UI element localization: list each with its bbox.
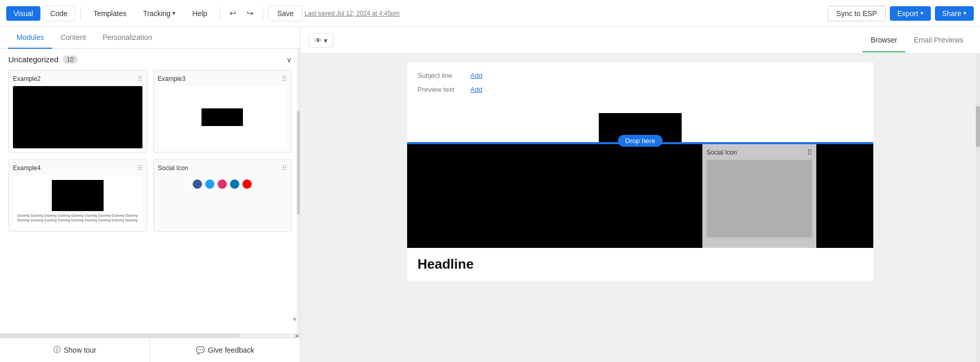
give-feedback-label: Give feedback [208, 346, 254, 354]
example3-black-rect [201, 108, 243, 126]
module-name-example3: Example3 [158, 75, 185, 82]
subject-line-row: Subject line Add [417, 68, 863, 82]
redo-button[interactable]: ↪ [242, 5, 257, 21]
toolbar-right: Sync to ESP Export Share [828, 6, 974, 21]
category-title: Uncategorized 10 [8, 55, 78, 64]
module-drag-example2[interactable]: ⠿ [137, 75, 142, 83]
subject-line-add[interactable]: Add [470, 72, 482, 79]
email-black-right [816, 144, 873, 248]
right-panel: 👁 ▾ Browser Email Previews Subject line … [300, 27, 980, 362]
export-button[interactable]: Export [890, 6, 930, 21]
save-button[interactable]: Save [268, 6, 302, 21]
headline-text: Headline [417, 256, 863, 272]
module-card-example4[interactable]: Example4 ⠿ Dummy Dummy Dummy Dummy Dummy… [8, 159, 147, 232]
templates-button[interactable]: Templates [86, 6, 134, 21]
email-content-row: Social Icon ⠿ [407, 144, 873, 248]
right-top-bar: 👁 ▾ Browser Email Previews [300, 27, 980, 54]
module-card-social[interactable]: Social Icon ⠿ [153, 159, 292, 232]
example4-text: Dummy Dummy Dummy Dummy Dummy Dummy Dumm… [17, 213, 138, 222]
sync-esp-button[interactable]: Sync to ESP [828, 6, 886, 21]
share-button[interactable]: Share [935, 6, 974, 21]
example4-image [52, 180, 104, 211]
social-icons-preview [158, 175, 287, 193]
category-name: Uncategorized [8, 55, 59, 64]
module-grid: Example2 ⠿ Example3 ⠿ [8, 70, 292, 232]
social-module-drag-icon[interactable]: ⠿ [807, 148, 812, 157]
view-toggle[interactable]: 👁 ▾ [309, 33, 333, 48]
email-scrollbar-thumb[interactable] [976, 106, 980, 147]
give-feedback-button[interactable]: 💬 Give feedback [150, 338, 300, 362]
module-preview-example3 [158, 86, 287, 148]
email-scrollbar [976, 54, 980, 362]
tab-personalization[interactable]: Personalization [94, 27, 161, 49]
help-button[interactable]: Help [185, 6, 214, 21]
module-name-social: Social Icon [158, 164, 189, 172]
email-meta: Subject line Add Preview text Add [407, 62, 873, 103]
social-module-name: Social Icon [707, 149, 737, 156]
category-toggle[interactable]: ∨ [286, 55, 292, 64]
toolbar-left: Visual Code Templates Tracking Help ↩ ↪ … [6, 5, 400, 21]
linkedin-icon [230, 179, 239, 189]
tab-modules[interactable]: Modules [8, 27, 52, 49]
left-panel: Modules Content Personalization Uncatego… [0, 27, 300, 362]
feedback-icon: 💬 [196, 346, 205, 354]
show-tour-button[interactable]: ⓘ Show tour [0, 338, 150, 362]
bottom-buttons: ⓘ Show tour 💬 Give feedback [0, 338, 300, 362]
preview-text-label: Preview text [417, 86, 464, 93]
tab-email-previews[interactable]: Email Previews [905, 29, 972, 52]
social-module-header: Social Icon ⠿ [707, 148, 812, 157]
module-card-example3[interactable]: Example3 ⠿ [153, 70, 292, 153]
modules-area: Uncategorized 10 ∨ Example2 ⠿ Ex [0, 49, 300, 333]
module-card-example2[interactable]: Example2 ⠿ [8, 70, 147, 153]
visual-button[interactable]: Visual [6, 6, 40, 21]
category-header: Uncategorized 10 ∨ [8, 55, 292, 64]
tab-browser[interactable]: Browser [862, 29, 905, 52]
social-module-preview [707, 160, 812, 238]
tour-icon: ⓘ [53, 345, 61, 355]
email-black-left [407, 144, 702, 248]
toolbar: Visual Code Templates Tracking Help ↩ ↪ … [0, 0, 980, 27]
email-social-module[interactable]: Social Icon ⠿ [702, 144, 816, 248]
last-saved-text: Last saved Jul 12, 2024 at 4:45pm [305, 10, 399, 17]
preview-text-add[interactable]: Add [470, 86, 482, 93]
right-tabs: Browser Email Previews [862, 29, 972, 52]
show-tour-label: Show tour [64, 346, 96, 354]
tracking-button[interactable]: Tracking [136, 6, 183, 21]
divider-2 [220, 6, 220, 21]
module-card-header: Example2 ⠿ [13, 75, 142, 83]
youtube-icon [242, 179, 252, 189]
undo-button[interactable]: ↩ [225, 5, 240, 21]
module-preview-example2 [13, 86, 142, 148]
module-card-header-4: Example4 ⠿ [13, 164, 142, 172]
module-name-example2: Example2 [13, 75, 40, 82]
code-button[interactable]: Code [42, 6, 75, 21]
module-drag-example4[interactable]: ⠿ [137, 164, 142, 172]
horiz-scroll-right[interactable]: ▶ [295, 334, 300, 338]
left-tabs: Modules Content Personalization [0, 27, 300, 49]
divider-1 [80, 6, 81, 21]
divider-3 [263, 6, 263, 21]
email-area: Subject line Add Preview text Add Drop h… [300, 54, 980, 362]
twitter-icon [205, 179, 214, 189]
scroll-bar [297, 49, 300, 333]
drop-here-badge: Drop here [618, 135, 662, 147]
category-count: 10 [63, 55, 78, 64]
main-layout: Modules Content Personalization Uncatego… [0, 27, 980, 362]
horiz-scroll-bar: ▶ [0, 333, 300, 338]
subject-line-label: Subject line [417, 72, 464, 79]
horiz-scroll-thumb[interactable] [0, 334, 240, 338]
module-name-example4: Example4 [13, 164, 40, 172]
headline-area: Headline [407, 248, 873, 281]
scroll-thumb[interactable] [297, 111, 300, 215]
eye-icon: 👁 [314, 36, 322, 45]
module-card-header-3: Example3 ⠿ [158, 75, 287, 83]
instagram-icon [218, 179, 227, 189]
module-drag-example3[interactable]: ⠿ [282, 75, 287, 83]
preview-text-row: Preview text Add [417, 82, 863, 96]
email-canvas: Drop here Social Icon ⠿ [407, 103, 873, 281]
module-drag-social[interactable]: ⠿ [282, 164, 287, 172]
caret-down-icon: ▾ [324, 36, 327, 45]
tab-content[interactable]: Content [52, 27, 94, 49]
scroll-down-arrow[interactable]: ▼ [292, 316, 298, 323]
module-preview-example4: Dummy Dummy Dummy Dummy Dummy Dummy Dumm… [13, 175, 142, 227]
